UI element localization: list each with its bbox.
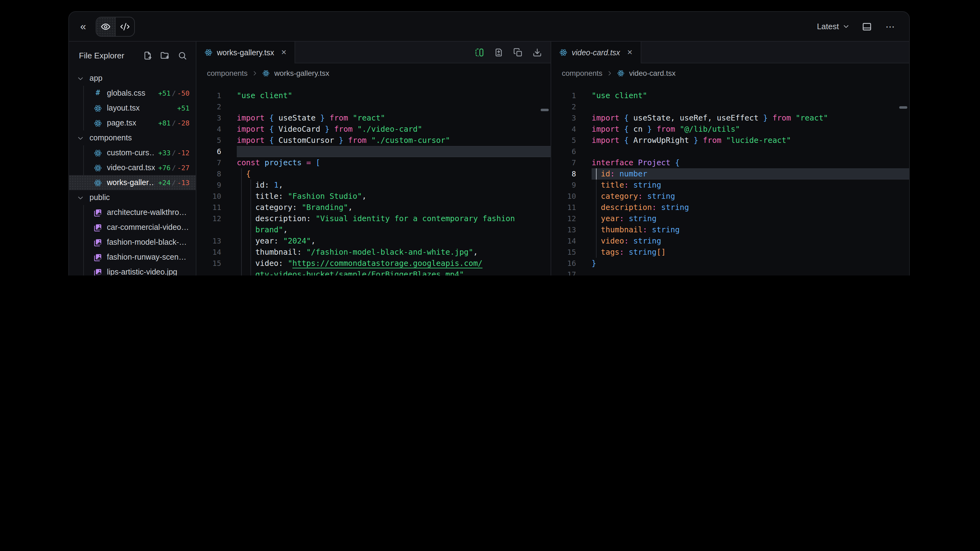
tree-file-layout.tsx[interactable]: layout.tsx+51 [69,101,196,116]
code-line-5[interactable]: 5import { ArrowUpRight } from "lucide-re… [551,135,909,146]
tree-folder-public[interactable]: public [69,190,196,205]
copy-icon[interactable] [513,48,523,57]
code-line-12[interactable]: 12 year: string [551,213,909,224]
panel-layout-button[interactable] [861,20,873,33]
tree-file-lips-artistic-video.jpg[interactable]: lips-artistic-video.jpg [69,265,196,275]
chevron-down-icon [77,75,84,82]
close-tab-icon[interactable]: ✕ [627,48,633,57]
code-line-17[interactable]: 17 [551,269,909,275]
tree-file-globals.css[interactable]: #globals.css+51/-50 [69,86,196,101]
download-icon[interactable] [533,48,542,57]
file-label: lips-artistic-video.jpg [107,268,177,275]
scrollbar-thumb[interactable] [541,109,549,111]
code-line-9[interactable]: 9 id: 1, [196,179,550,191]
code-line-1[interactable]: 1"use client" [551,90,909,101]
code-line-2[interactable]: 2 [551,101,909,113]
folder-label: public [89,193,110,202]
breadcrumb-file[interactable]: works-gallery.tsx [274,69,329,78]
image-file-icon [94,238,102,246]
folder-label: app [89,74,103,83]
line-number: 14 [551,235,576,247]
code-line-7[interactable]: 7const projects = [ [196,157,550,168]
tree-file-video-card.tsx[interactable]: video-card.tsx+76/-27 [69,160,196,175]
tree-file-car-commercial-video-[interactable]: car-commercial-video… [69,220,196,235]
tree-file-custom-curs-[interactable]: custom-curs…+33/-12 [69,145,196,160]
tree-file-architecture-walkthro-[interactable]: architecture-walkthro… [69,205,196,220]
code-line-15[interactable]: 15 tags: string[] [551,247,909,258]
line-number: 11 [551,202,576,213]
code-line-5[interactable]: 5import { CustomCursor } from "./custom-… [196,135,550,146]
breadcrumb-folder[interactable]: components [207,69,248,78]
breadcrumb-file[interactable]: video-card.tsx [629,69,676,78]
code-toggle-button[interactable] [116,17,135,36]
code-line-8[interactable]: 8 id: number [551,168,909,179]
code-text: "use client" [592,90,909,101]
code-line-13[interactable]: 13 thumbnail: string [551,224,909,235]
line-number: 17 [551,269,576,275]
more-options-button[interactable]: ⋯ [884,19,897,33]
code-line-4[interactable]: 4import { cn } from "@/lib/utils" [551,124,909,135]
code-line-11[interactable]: 11 category: "Branding", [196,202,550,213]
line-number: 15 [196,258,221,269]
collapse-panel-button[interactable]: « [79,20,88,33]
file-diff-icon[interactable] [494,48,503,57]
code-line-6[interactable]: 6 [196,146,550,157]
ellipsis-icon: ⋯ [886,21,896,32]
line-number: 1 [551,90,576,101]
tree-file-fashion-model-black-[interactable]: fashion-model-black-… [69,235,196,250]
react-file-icon [94,149,102,157]
view-mode-toggle [96,16,135,37]
code-line-10[interactable]: 10 category: string [551,191,909,202]
code-line-10[interactable]: 10 title: "Fashion Studio", [196,191,550,202]
chevron-down-icon [77,135,84,141]
line-number: 3 [196,113,221,124]
chevron-down-icon [77,194,84,201]
code-line-9[interactable]: 9 title: string [551,179,909,191]
file-label: works-galler… [107,178,154,187]
tree-file-fashion-runway-scen-[interactable]: fashion-runway-scen… [69,250,196,265]
line-number: 7 [196,157,221,168]
code-line-16[interactable]: 16} [551,258,909,269]
tree-folder-components[interactable]: components [69,130,196,145]
code-line-7[interactable]: 7interface Project { [551,157,909,168]
tree-folder-app[interactable]: app [69,71,196,86]
tab-video-card[interactable]: video-card.tsx ✕ [551,41,641,64]
diff-stats: +33/-12 [154,149,189,157]
line-number: 2 [196,101,221,113]
code-line-4[interactable]: 4import { VideoCard } from "./video-card… [196,124,550,135]
code-line-11[interactable]: 11 description: string [551,202,909,213]
close-tab-icon[interactable]: ✕ [281,48,286,57]
code-text: video: "https://commondatastorage.google… [237,258,550,269]
code-line-14[interactable]: 14 thumbnail: "/fashion-model-black-and-… [196,247,550,258]
code-line-3[interactable]: 3import { useState, useRef, useEffect } … [551,113,909,124]
line-number: 8 [551,168,576,179]
code-line-wrap[interactable]: brand", [196,224,550,235]
code-line-13[interactable]: 13 year: "2024", [196,235,550,247]
new-folder-icon[interactable] [160,51,170,60]
code-line-8[interactable]: 8 { [196,168,550,179]
scrollbar-thumb[interactable] [899,106,907,109]
code-text: category: "Branding", [237,202,550,213]
code-line-14[interactable]: 14 video: string [551,235,909,247]
tree-file-page.tsx[interactable]: page.tsx+81/-28 [69,116,196,130]
new-file-icon[interactable] [143,51,152,60]
diff-stats: +51/-50 [154,89,189,97]
search-icon[interactable] [178,51,187,60]
code-line-12[interactable]: 12 description: "Visual identity for a c… [196,213,550,224]
code-area-video-card[interactable]: 1"use client"23import { useState, useRef… [551,83,909,275]
code-line-2[interactable]: 2 [196,101,550,113]
code-line-1[interactable]: 1"use client" [196,90,550,101]
code-area-works-gallery[interactable]: 1"use client"23import { useState } from … [196,83,550,275]
breadcrumb-folder[interactable]: components [562,69,603,78]
line-number: 6 [551,146,576,157]
preview-toggle-button[interactable] [97,17,116,36]
tree-file-works-galler-[interactable]: works-galler…+24/-13 [69,175,196,190]
code-text: thumbnail: "/fashion-model-black-and-whi… [237,247,550,258]
code-line-3[interactable]: 3import { useState } from "react" [196,113,550,124]
split-diff-icon[interactable] [475,48,484,57]
code-line-wrap[interactable]: gtv-videos-bucket/sample/ForBiggerBlazes… [196,269,550,275]
version-dropdown[interactable]: Latest [817,22,850,31]
code-line-15[interactable]: 15 video: "https://commondatastorage.goo… [196,258,550,269]
code-line-6[interactable]: 6 [551,146,909,157]
tab-works-gallery[interactable]: works-gallery.tsx ✕ [196,41,296,64]
